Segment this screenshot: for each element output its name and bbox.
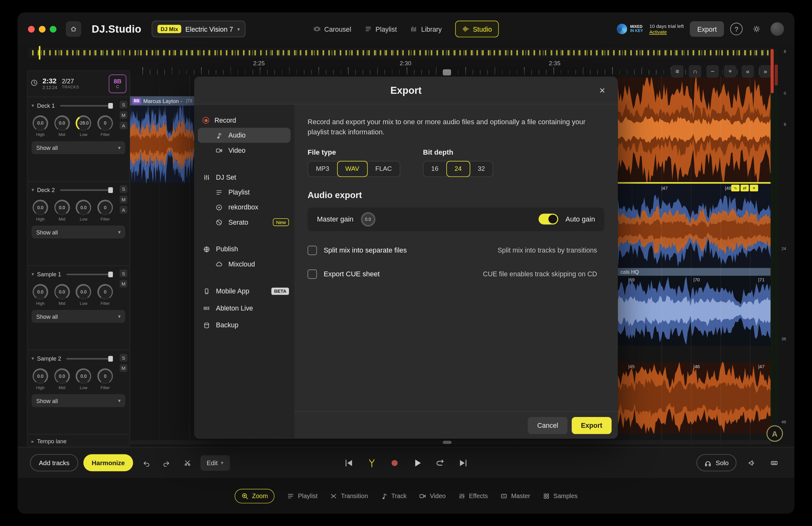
show-all-dropdown[interactable]: Show all▾ — [32, 141, 126, 154]
track-lane-selected[interactable]: ∿ ⇄ ≡ |47 |48 — [618, 182, 772, 268]
help-button[interactable]: ? — [730, 23, 742, 35]
show-all-dropdown[interactable]: Show all▾ — [32, 226, 126, 239]
solo-button[interactable]: S — [119, 270, 127, 277]
knob-filter[interactable]: 0Filter — [97, 284, 114, 306]
track-header-deck1[interactable]: 8B Marcus Layton - |73 — [130, 96, 194, 106]
harmonize-button[interactable]: Harmonize — [84, 454, 133, 471]
cue-sheet-checkbox[interactable] — [308, 269, 317, 279]
list-chip[interactable]: ≡ — [750, 185, 758, 191]
volume-fader[interactable] — [66, 273, 113, 275]
bit-depth-32[interactable]: 32 — [470, 161, 493, 176]
auto-gain-toggle[interactable] — [539, 213, 558, 224]
automix-toggle-button[interactable] — [367, 457, 377, 468]
solo-button[interactable]: S — [119, 101, 127, 108]
knob-high[interactable]: 0.0High — [32, 200, 49, 222]
menu-audio[interactable]: Audio — [198, 128, 291, 142]
nav-studio[interactable]: Studio — [455, 20, 498, 37]
fader-handle[interactable] — [108, 103, 113, 108]
menu-rekordbox[interactable]: rekordbox — [194, 200, 294, 214]
mute-button[interactable]: M — [119, 196, 127, 203]
knob-mid[interactable]: 0.0Mid — [53, 368, 71, 390]
tempo-lane-toggle[interactable]: ▸ Tempo lane — [28, 434, 130, 447]
collapse-icon[interactable]: ▾ — [32, 187, 34, 192]
bottomnav-effects[interactable]: Effects — [458, 492, 488, 499]
cancel-button[interactable]: Cancel — [528, 417, 567, 434]
jump-forward-button[interactable]: » — [759, 65, 771, 78]
bottomnav-video[interactable]: Video — [419, 492, 446, 499]
bottomnav-samples[interactable]: Samples — [543, 492, 578, 499]
fader-handle[interactable] — [108, 356, 113, 361]
modal-close-button[interactable]: × — [595, 83, 610, 98]
track-waveform-deck1[interactable] — [130, 106, 194, 183]
collapse-icon[interactable]: ▾ — [32, 103, 34, 108]
menu-dj-set[interactable]: DJ Set — [194, 170, 294, 185]
knob-filter[interactable]: 0Filter — [97, 115, 114, 137]
nav-library[interactable]: Library — [410, 25, 442, 33]
activate-link[interactable]: Activate — [649, 29, 684, 35]
undo-button[interactable] — [138, 455, 154, 470]
edit-menu-button[interactable]: Edit▾ — [201, 455, 230, 470]
vocals-track-header[interactable]: cals HQ — [618, 268, 772, 276]
loop-button[interactable] — [435, 457, 445, 468]
volume-fader[interactable] — [66, 358, 113, 359]
knob-high[interactable]: 0.0High — [32, 284, 49, 306]
knob-high[interactable]: 0.0High — [32, 368, 49, 390]
knob-low[interactable]: 0.0Low — [75, 284, 92, 306]
menu-playlist[interactable]: Playlist — [194, 185, 294, 200]
scrollbar-handle[interactable] — [443, 441, 452, 444]
knob-high[interactable]: 0.0High — [32, 115, 49, 137]
user-avatar[interactable] — [770, 22, 784, 35]
skip-to-start-button[interactable] — [344, 457, 354, 468]
play-button[interactable] — [412, 457, 423, 468]
settings-button[interactable] — [749, 21, 765, 37]
minimize-window-button[interactable] — [39, 26, 45, 32]
menu-mobile-app[interactable]: Mobile App BETA — [194, 284, 294, 299]
skip-to-end-button[interactable] — [458, 457, 468, 468]
redo-button[interactable] — [159, 455, 174, 470]
knob-mid[interactable]: 0.0Mid — [53, 115, 71, 137]
file-type-mp3[interactable]: MP3 — [308, 161, 337, 176]
bottomnav-transition[interactable]: Transition — [330, 492, 368, 499]
menu-video[interactable]: Video — [194, 143, 294, 158]
automation-button[interactable]: A — [119, 122, 127, 129]
solo-button[interactable]: S — [119, 354, 127, 362]
knob-filter[interactable]: 0Filter — [97, 200, 114, 222]
mix-selector[interactable]: DJ Mix Electric Vision 7 ▾ — [151, 20, 246, 37]
snap-magnet-button[interactable]: ∩ — [688, 65, 701, 78]
announcement-button[interactable] — [743, 455, 759, 470]
nav-carousel[interactable]: Carousel — [314, 25, 351, 33]
mute-button[interactable]: M — [119, 111, 127, 119]
nav-playlist[interactable]: Playlist — [365, 25, 397, 33]
overview-playhead[interactable] — [39, 46, 40, 59]
menu-publish[interactable]: Publish — [194, 241, 294, 256]
knob-mid[interactable]: 0.0Mid — [53, 284, 71, 306]
track-lane-top[interactable] — [618, 78, 772, 182]
file-type-wav[interactable]: WAV — [337, 161, 368, 176]
fader-handle[interactable] — [108, 187, 113, 193]
volume-fader[interactable] — [60, 189, 113, 191]
record-button[interactable] — [390, 457, 400, 468]
bottomnav-zoom[interactable]: Zoom — [234, 489, 275, 503]
knob-mid[interactable]: 0.0Mid — [53, 200, 71, 222]
file-type-flac[interactable]: FLAC — [368, 161, 400, 176]
split-mix-checkbox[interactable] — [308, 245, 317, 255]
master-gain-knob[interactable]: 0.0 — [361, 212, 375, 227]
shortcuts-button[interactable] — [766, 455, 782, 470]
fader-handle[interactable] — [108, 271, 113, 277]
bit-depth-24[interactable]: 24 — [447, 161, 470, 176]
menu-ableton-live[interactable]: Ableton Live — [194, 301, 294, 316]
add-tracks-button[interactable]: Add tracks — [30, 454, 78, 471]
arrange-button[interactable]: ≡ — [671, 65, 683, 78]
header-export-button[interactable]: Export — [690, 21, 724, 37]
bottomnav-playlist[interactable]: Playlist — [287, 492, 318, 499]
bit-depth-16[interactable]: 16 — [423, 161, 447, 176]
horizontal-scrollbar[interactable] — [130, 440, 772, 444]
show-all-dropdown[interactable]: Show all▾ — [32, 394, 126, 407]
solo-button[interactable]: S — [119, 185, 127, 193]
close-window-button[interactable] — [28, 26, 34, 32]
bottomnav-master[interactable]: Master — [500, 492, 530, 499]
show-all-dropdown[interactable]: Show all▾ — [32, 310, 126, 323]
mute-button[interactable]: M — [119, 280, 127, 287]
menu-record[interactable]: Record — [194, 113, 294, 128]
zoom-out-button[interactable]: − — [706, 65, 719, 78]
